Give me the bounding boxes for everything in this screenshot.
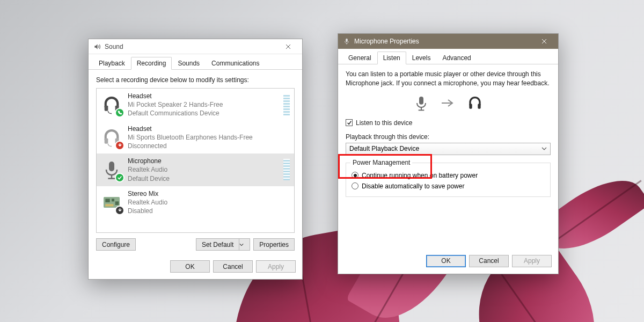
device-subtext: Realtek Audio (128, 198, 290, 207)
close-button[interactable] (277, 39, 299, 54)
device-item-microphone[interactable]: Microphone Realtek Audio Default Device (97, 153, 294, 186)
device-status: Default Communications Device (128, 109, 278, 118)
device-subtext: Mi Sports Bluetooth Earphones Hands-Free (128, 133, 290, 142)
listen-checkbox[interactable]: Listen to this device (346, 119, 551, 127)
device-list[interactable]: Headset Mi Pocket Speaker 2 Hands-Free D… (96, 88, 295, 233)
sound-dialog: Sound Playback Recording Sounds Communic… (88, 39, 303, 280)
phone-badge-icon (115, 108, 125, 118)
level-meter (283, 94, 290, 115)
microphone-icon (342, 37, 351, 46)
close-icon (286, 44, 291, 49)
svg-rect-12 (346, 39, 348, 42)
headphones-icon (466, 94, 484, 112)
checkbox-icon (346, 119, 353, 126)
device-subtext: Realtek Audio (128, 165, 278, 174)
down-badge-icon (115, 206, 125, 215)
down-badge-icon (115, 141, 125, 150)
level-meter (283, 159, 290, 180)
playback-device-select[interactable]: Default Playback Device (346, 143, 551, 155)
arrow-right-icon (441, 99, 456, 107)
set-default-dropdown[interactable] (239, 238, 250, 251)
device-status: Disconnected (128, 142, 290, 150)
annotation-highlight (338, 154, 432, 179)
tab-general[interactable]: General (342, 52, 377, 64)
svg-rect-2 (105, 138, 108, 144)
cancel-button[interactable]: Cancel (213, 260, 253, 273)
info-text: You can listen to a portable music playe… (346, 70, 551, 88)
headset-icon (101, 94, 122, 115)
device-status: Default Device (128, 174, 278, 183)
close-icon (541, 39, 547, 44)
set-default-button[interactable]: Set Default (196, 238, 239, 251)
titlebar[interactable]: Sound (89, 39, 302, 54)
window-title: Microphone Properties (354, 38, 533, 45)
playback-label: Playback through this device: (346, 133, 551, 141)
radio-label: Disable automatically to save power (362, 182, 464, 190)
titlebar[interactable]: Microphone Properties (338, 34, 558, 49)
chevron-down-icon (541, 146, 547, 151)
device-item-headset1[interactable]: Headset Mi Pocket Speaker 2 Hands-Free D… (97, 89, 294, 121)
tab-communications[interactable]: Communications (206, 57, 265, 70)
tab-advanced[interactable]: Advanced (436, 52, 477, 64)
device-name: Stereo Mix (128, 189, 290, 198)
close-button[interactable] (533, 34, 555, 49)
chip-icon (101, 192, 122, 213)
device-item-headset2[interactable]: Headset Mi Sports Bluetooth Earphones Ha… (97, 121, 294, 154)
radio-disable-auto[interactable]: Disable automatically to save power (352, 182, 545, 190)
svg-rect-14 (419, 97, 423, 105)
radio-icon (352, 182, 358, 189)
device-name: Headset (128, 92, 278, 100)
tab-sounds[interactable]: Sounds (172, 57, 206, 70)
tab-recording[interactable]: Recording (131, 57, 172, 70)
playback-device-value: Default Playback Device (349, 145, 419, 152)
tab-listen[interactable]: Listen (377, 52, 406, 64)
instruction-text: Select a recording device below to modif… (96, 76, 295, 84)
set-default-splitbutton[interactable]: Set Default (196, 238, 250, 251)
sound-icon (93, 42, 101, 51)
ok-button[interactable]: OK (170, 260, 210, 273)
window-title: Sound (105, 43, 277, 50)
ok-button[interactable]: OK (426, 255, 466, 267)
tabstrip: Playback Recording Sounds Communications (89, 54, 302, 70)
apply-button[interactable]: Apply (256, 260, 296, 273)
tabstrip: General Listen Levels Advanced (338, 49, 558, 64)
check-badge-icon (115, 173, 125, 182)
device-item-stereomix[interactable]: Stereo Mix Realtek Audio Disabled (97, 186, 294, 219)
svg-rect-10 (115, 201, 119, 205)
tab-playback[interactable]: Playback (93, 57, 131, 70)
svg-rect-4 (109, 162, 114, 171)
tab-levels[interactable]: Levels (406, 52, 437, 64)
device-name: Headset (128, 125, 290, 133)
device-name: Microphone (128, 157, 278, 165)
svg-rect-11 (105, 204, 113, 206)
svg-rect-8 (105, 199, 109, 202)
microphone-icon (101, 159, 122, 180)
microphone-icon (413, 94, 430, 112)
listen-checkbox-label: Listen to this device (356, 119, 412, 127)
chevron-down-icon (239, 243, 244, 247)
device-status: Disabled (128, 207, 290, 215)
diagram (346, 94, 551, 112)
microphone-properties-dialog: Microphone Properties General Listen Lev… (338, 33, 559, 274)
svg-rect-17 (469, 104, 472, 108)
configure-button[interactable]: Configure (96, 238, 136, 251)
svg-rect-18 (478, 104, 480, 108)
device-subtext: Mi Pocket Speaker 2 Hands-Free (128, 100, 278, 109)
apply-button[interactable]: Apply (512, 255, 552, 267)
properties-button[interactable]: Properties (253, 238, 295, 251)
headset-icon (101, 127, 122, 148)
svg-rect-0 (105, 106, 108, 111)
svg-rect-9 (112, 199, 114, 201)
cancel-button[interactable]: Cancel (469, 255, 509, 267)
